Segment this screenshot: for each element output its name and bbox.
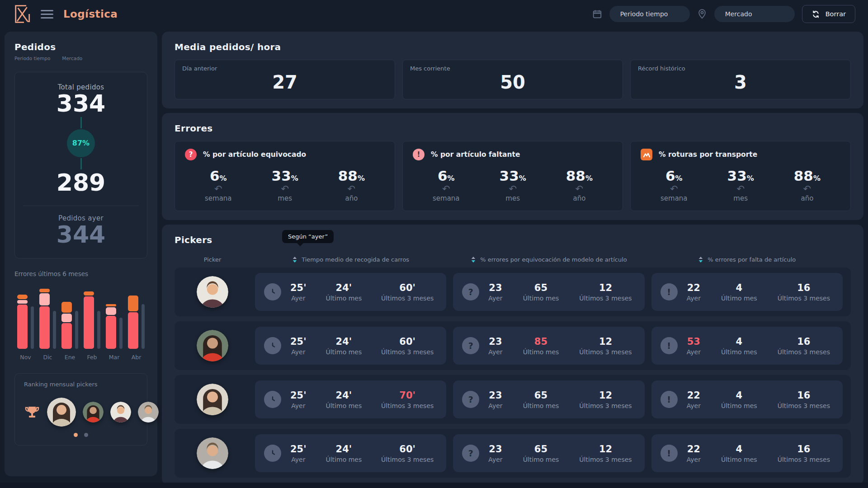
picker-row-1[interactable]: 25' Ayer 24' Último mes 60' Últimos 3 me… — [175, 267, 851, 316]
picker-stat: 25' Ayer — [290, 282, 307, 302]
picker-row-3[interactable]: 25' Ayer 24' Último mes 70' Últimos 3 me… — [175, 375, 851, 424]
errores-section: Errores ? % por artículo equivocado 6% ↶… — [162, 113, 863, 220]
picker-stat-value: 4 — [721, 390, 757, 401]
periodo-tiempo-input[interactable]: Periodo tiempo — [609, 6, 690, 22]
undo-arrow-icon: ↶ — [500, 184, 526, 194]
picker-stat: 65 Último mes — [523, 444, 559, 463]
pedidos-summary-card: Total pedidos 334 87% 289 Pedidos ayer 3… — [14, 72, 147, 258]
picker-stat-value: 60' — [381, 444, 434, 455]
picker-stat-value: 12 — [579, 282, 632, 293]
bar-segment-red — [61, 323, 72, 349]
pagination-dot[interactable] — [84, 433, 88, 437]
bar-segment-orange — [39, 289, 50, 292]
brand-logo-icon[interactable] — [13, 4, 31, 24]
picker-stat-value: 25' — [290, 336, 307, 347]
transport-break-icon — [641, 149, 652, 160]
picker-stat-label: Ayer — [687, 348, 701, 356]
picker-stat-label: Últimos 3 meses — [579, 295, 632, 302]
bar-secondary — [75, 311, 78, 349]
picker-stat-label: Último mes — [721, 456, 757, 463]
picker-stat: 22 Ayer — [687, 390, 701, 409]
bar-segment-orange — [106, 304, 116, 306]
picker-stat-value: 53 — [687, 336, 701, 347]
ranking-avatar-picker-3[interactable] — [47, 398, 76, 427]
sidebar-filter-mercado: Mercado — [62, 56, 82, 61]
picker-stat: 4 Último mes — [721, 390, 757, 409]
picker-stat-label: Ayer — [290, 402, 307, 409]
column-header-tiempo[interactable]: Tiempo medio de recogida de carros — [255, 256, 446, 263]
error-stat-mes: 33% ↶ mes — [272, 168, 298, 202]
picker-stat: 4 Último mes — [721, 282, 757, 302]
column-header-equivocacion[interactable]: % errores por equivocación de modelo de … — [453, 256, 644, 263]
picker-stat-value: 23 — [488, 282, 502, 293]
media-pedidos-section: Media pedidos/ hora Día anterior 27 Mes … — [162, 32, 863, 108]
sort-icon[interactable] — [292, 256, 297, 263]
error-stat-value: 33 — [272, 168, 291, 184]
bar-group-feb: Feb — [84, 285, 100, 365]
sort-icon[interactable] — [471, 256, 476, 263]
ranking-avatar-picker-2[interactable] — [83, 402, 104, 422]
bar-group-nov: Nov — [17, 285, 34, 365]
picker-avatar-picker-1 — [197, 276, 228, 308]
picker-stat-value: 12 — [579, 444, 632, 455]
picker-stat: 23 Ayer — [488, 336, 502, 356]
column-header-label: % errores por falta de artículo — [708, 256, 796, 263]
sort-icon[interactable] — [698, 256, 703, 263]
column-header-falta[interactable]: % errores por falta de artículo — [651, 256, 843, 263]
pickers-section: Pickers Según “ayer” Picker Tiempo medio… — [162, 225, 863, 485]
picker-stat-label: Último mes — [721, 402, 757, 409]
periodo-tiempo-placeholder: Periodo tiempo — [620, 10, 668, 18]
picker-stat: 25' Ayer — [290, 336, 307, 356]
error-stat-value: 88 — [566, 168, 585, 184]
picker-stat: 16 Últimos 3 meses — [778, 444, 830, 463]
picker-stat: 25' Ayer — [290, 444, 307, 463]
bar-category-label: Ene — [65, 354, 75, 361]
menu-icon[interactable] — [41, 10, 53, 19]
picker-stat: 24' Último mes — [326, 282, 362, 302]
picker-stat-value: 16 — [778, 444, 830, 455]
picker-stat: 12 Últimos 3 meses — [579, 282, 632, 302]
trophy-icon — [24, 404, 40, 420]
bar-group-abr: Abr — [128, 285, 145, 365]
picker-stat-label: Último mes — [326, 402, 362, 409]
error-stat-mes: 33% ↶ mes — [727, 168, 754, 202]
picker-stat-value: 22 — [687, 390, 701, 401]
picker-row-4[interactable]: 25' Ayer 24' Último mes 60' Últimos 3 me… — [175, 429, 851, 478]
picker-row-2[interactable]: 25' Ayer 24' Último mes 60' Últimos 3 me… — [175, 321, 851, 370]
exclamation-stat-pill: ! 22 Ayer 4 Último mes 16 Últimos 3 mese… — [651, 380, 843, 418]
exclamation-icon: ! — [660, 445, 678, 462]
bar-segment-orange — [84, 291, 94, 296]
ranking-avatar-picker-4[interactable] — [138, 402, 159, 422]
picker-stat: 4 Último mes — [721, 336, 757, 356]
pedidos-ayer-value: 344 — [23, 222, 139, 247]
bar-secondary — [97, 311, 100, 349]
media-card-label: Día anterior — [182, 65, 387, 72]
picker-stat-value: 4 — [721, 444, 757, 455]
picker-stat-label: Ayer — [290, 295, 307, 302]
media-card-label: Récord histórico — [638, 65, 843, 72]
error-stat-period: año — [794, 194, 821, 202]
error-stat-semana: 6% ↶ semana — [660, 168, 688, 202]
bar-category-label: Mar — [109, 354, 120, 361]
clear-filters-button[interactable]: Borrar — [802, 5, 855, 23]
picker-stat: 53 Ayer — [687, 336, 701, 356]
bar-segment-red — [39, 306, 50, 349]
undo-arrow-icon: ↶ — [727, 184, 754, 194]
picker-stat-value: 60' — [381, 336, 434, 347]
pagination-dot-active[interactable] — [74, 433, 78, 437]
picker-stat-value: 16 — [778, 282, 830, 293]
bar-segment-orange — [17, 295, 28, 299]
bar-segment-orange — [61, 302, 72, 313]
picker-stat-label: Último mes — [523, 295, 559, 302]
picker-stat-label: Último mes — [326, 295, 362, 302]
percent-complete-badge: 87% — [67, 129, 95, 157]
mercado-input[interactable]: Mercado — [714, 6, 795, 22]
error-stat-value: 88 — [338, 168, 358, 184]
calendar-icon — [592, 9, 602, 19]
errores-title: Errores — [175, 123, 851, 134]
picker-stat: 4 Último mes — [721, 444, 757, 463]
media-card-value: 3 — [638, 72, 843, 93]
total-pedidos-value: 334 — [23, 91, 139, 116]
ranking-avatar-picker-1[interactable] — [110, 402, 131, 422]
undo-arrow-icon: ↶ — [272, 184, 298, 194]
